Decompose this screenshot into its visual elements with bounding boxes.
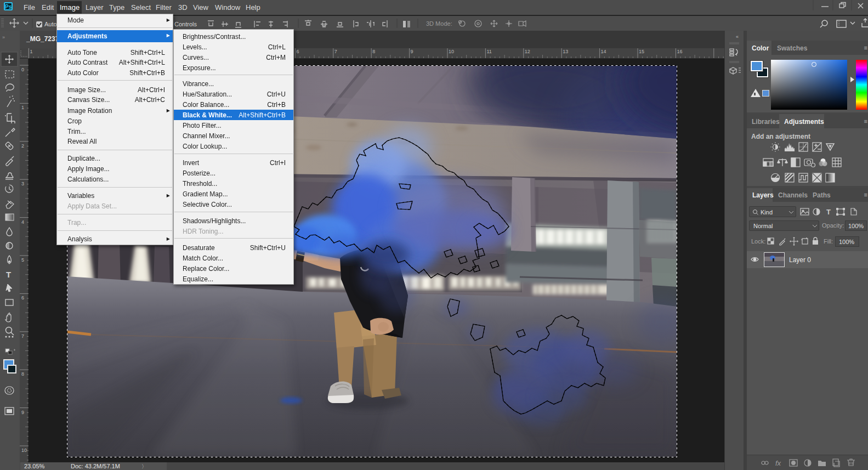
svg-text:5: 5 [21, 257, 24, 263]
svg-text:6: 6 [21, 295, 24, 301]
svg-text:1: 1 [30, 49, 33, 54]
svg-text:0: 0 [21, 67, 24, 72]
svg-text:»: » [2, 35, 5, 40]
svg-text:7: 7 [21, 333, 24, 339]
svg-text:Normal: Normal [753, 223, 773, 229]
svg-text:3D Mode:: 3D Mode: [426, 20, 452, 27]
svg-text:16: 16 [677, 49, 682, 54]
svg-text:10: 10 [449, 49, 454, 54]
svg-text:Controls: Controls [174, 21, 197, 27]
svg-text:Auto: Auto [44, 21, 57, 27]
svg-text:7: 7 [334, 49, 337, 54]
svg-text:9: 9 [21, 410, 24, 415]
svg-text:1: 1 [21, 105, 24, 110]
svg-text:«: « [736, 34, 739, 39]
svg-text:fx: fx [775, 459, 781, 467]
svg-text:10: 10 [21, 448, 27, 453]
svg-text:12: 12 [525, 49, 530, 54]
svg-text:6: 6 [296, 49, 299, 54]
svg-text:3: 3 [21, 181, 24, 186]
svg-text:T: T [826, 208, 831, 216]
svg-text:9: 9 [411, 49, 413, 54]
svg-text:4: 4 [21, 219, 24, 225]
svg-text:11: 11 [486, 49, 491, 54]
svg-text:T: T [6, 270, 11, 279]
svg-text:15: 15 [639, 49, 644, 54]
svg-text:13: 13 [563, 49, 568, 54]
svg-text:8: 8 [372, 49, 375, 54]
svg-text:2: 2 [21, 143, 24, 149]
svg-text:14: 14 [601, 49, 606, 54]
svg-text:Kind: Kind [761, 209, 773, 216]
svg-text:8: 8 [21, 371, 24, 377]
